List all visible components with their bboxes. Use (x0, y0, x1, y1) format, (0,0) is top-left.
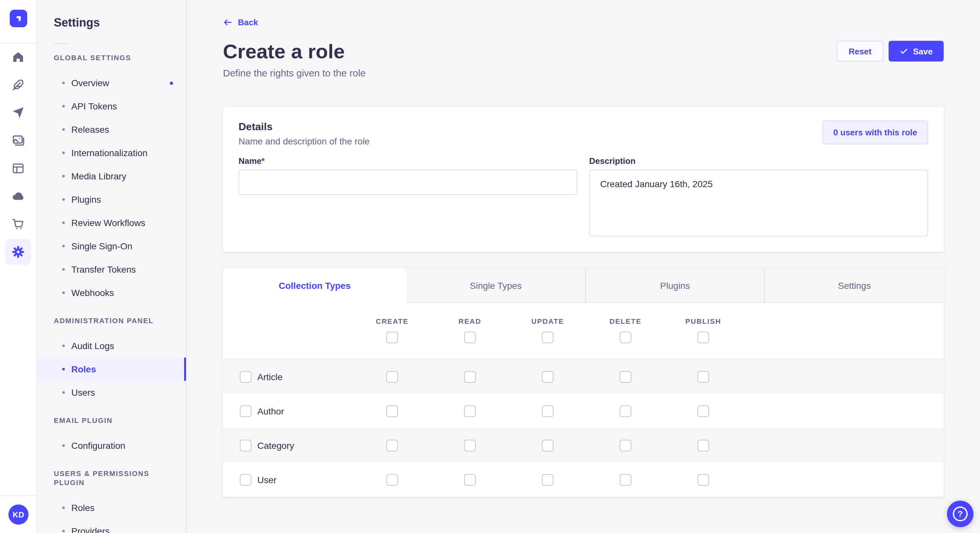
strapi-logo[interactable] (10, 10, 27, 27)
images-icon[interactable] (0, 126, 36, 154)
article-delete-checkbox[interactable] (620, 371, 631, 382)
tab-plugins[interactable]: Plugins (585, 268, 764, 303)
paper-plane-icon[interactable] (0, 98, 36, 126)
row-select-checkbox[interactable] (240, 474, 251, 485)
article-create-checkbox[interactable] (386, 371, 398, 382)
users-with-role-button[interactable]: 0 users with this role (822, 121, 928, 144)
app-window: KD Settings GLOBAL SETTINGS Overview API… (0, 0, 980, 533)
row-select-checkbox[interactable] (240, 371, 251, 382)
section-label-email-plugin: EMAIL PLUGIN (54, 416, 176, 425)
author-read-checkbox[interactable] (464, 405, 476, 417)
description-textarea[interactable]: Created January 16th, 2025 (589, 170, 928, 236)
article-update-checkbox[interactable] (542, 371, 554, 382)
sidebar-item-webhooks[interactable]: Webhooks (54, 281, 176, 305)
sidebar-item-media-library[interactable]: Media Library (54, 165, 176, 188)
bullet-icon (62, 391, 65, 394)
section-label-global-settings: GLOBAL SETTINGS (54, 53, 176, 62)
select-all-read-checkbox[interactable] (464, 332, 476, 343)
sidebar-item-overview[interactable]: Overview (54, 71, 176, 95)
user-delete-checkbox[interactable] (620, 474, 631, 485)
cloud-icon[interactable] (0, 182, 36, 210)
rail-nav (0, 43, 36, 265)
check-icon (899, 47, 908, 56)
category-publish-checkbox[interactable] (697, 439, 709, 451)
sidebar-title-divider (54, 43, 69, 44)
tab-single-types[interactable]: Single Types (406, 268, 585, 303)
author-publish-checkbox[interactable] (697, 405, 709, 417)
sidebar-item-roles-up[interactable]: Roles (54, 496, 176, 519)
column-create: Create (376, 317, 409, 325)
name-label: Name* (239, 156, 578, 167)
row-select-checkbox[interactable] (240, 405, 251, 417)
home-icon[interactable] (0, 43, 36, 71)
sidebar-item-releases[interactable]: Releases (54, 118, 176, 141)
sidebar-item-api-tokens[interactable]: API Tokens (54, 95, 176, 118)
user-update-checkbox[interactable] (542, 474, 554, 485)
gear-icon (12, 245, 25, 258)
reset-button[interactable]: Reset (837, 41, 883, 62)
tab-collection-types[interactable]: Collection Types (223, 268, 406, 303)
select-all-delete-checkbox[interactable] (620, 332, 631, 343)
row-label: Category (257, 440, 294, 451)
cart-icon[interactable] (0, 210, 36, 238)
permissions-tabs: Collection Types Single Types Plugins Se… (223, 268, 944, 303)
main-content: Back Create a role Reset Save Define the… (187, 0, 980, 533)
settings-rail-item[interactable] (0, 238, 36, 265)
category-create-checkbox[interactable] (386, 439, 398, 451)
page-header: Create a role Reset Save (223, 41, 944, 63)
author-delete-checkbox[interactable] (620, 405, 631, 417)
sidebar-item-plugins[interactable]: Plugins (54, 188, 176, 211)
sidebar-item-configuration[interactable]: Configuration (54, 434, 176, 457)
sidebar-item-single-sign-on[interactable]: Single Sign-On (54, 235, 176, 258)
bullet-icon (62, 292, 65, 294)
save-button[interactable]: Save (888, 41, 944, 62)
question-mark-icon: ? (953, 506, 968, 521)
author-create-checkbox[interactable] (386, 405, 398, 417)
bullet-icon (62, 128, 65, 131)
author-update-checkbox[interactable] (542, 405, 554, 417)
bullet-icon (62, 152, 65, 154)
article-read-checkbox[interactable] (464, 371, 476, 382)
back-link[interactable]: Back (223, 17, 258, 27)
description-label: Description (589, 156, 928, 167)
bullet-icon (62, 444, 65, 447)
sidebar-item-users[interactable]: Users (54, 381, 176, 404)
avatar[interactable]: KD (8, 504, 29, 525)
tab-settings[interactable]: Settings (765, 268, 944, 303)
select-all-create-checkbox[interactable] (386, 332, 398, 343)
layout-icon[interactable] (0, 154, 36, 182)
sidebar-item-transfer-tokens[interactable]: Transfer Tokens (54, 258, 176, 281)
details-card-titles: Details Name and description of the role (239, 121, 370, 148)
sidebar-item-internationalization[interactable]: Internationalization (54, 141, 176, 165)
bullet-icon (62, 368, 65, 370)
sidebar-item-audit-logs[interactable]: Audit Logs (54, 334, 176, 357)
sidebar-item-providers[interactable]: Providers (54, 519, 176, 533)
feather-icon[interactable] (0, 71, 36, 98)
icon-rail: KD (0, 0, 37, 533)
row-select-checkbox[interactable] (240, 439, 251, 451)
column-labels-row: Create Read Update Delete Publish (223, 317, 944, 325)
user-publish-checkbox[interactable] (697, 474, 709, 485)
settings-active-background (5, 239, 31, 265)
help-button[interactable]: ? (947, 501, 974, 527)
bullet-icon (62, 506, 65, 509)
row-label: Author (257, 406, 284, 416)
sidebar-item-roles-admin[interactable]: Roles (37, 357, 186, 381)
select-all-update-checkbox[interactable] (542, 332, 554, 343)
bullet-icon (62, 530, 65, 532)
category-update-checkbox[interactable] (542, 439, 554, 451)
name-input[interactable] (239, 170, 578, 195)
category-read-checkbox[interactable] (464, 439, 476, 451)
settings-sidebar: Settings GLOBAL SETTINGS Overview API To… (37, 0, 187, 533)
details-card-header: Details Name and description of the role… (239, 121, 928, 148)
permissions-card: Collection Types Single Types Plugins Se… (223, 268, 944, 497)
sidebar-item-review-workflows[interactable]: Review Workflows (54, 211, 176, 235)
sidebar-title: Settings (54, 0, 176, 30)
user-read-checkbox[interactable] (464, 474, 476, 485)
strapi-logo-icon (13, 13, 24, 24)
table-row-author: Author (223, 394, 944, 428)
category-delete-checkbox[interactable] (620, 439, 631, 451)
user-create-checkbox[interactable] (386, 474, 398, 485)
select-all-publish-checkbox[interactable] (697, 332, 709, 343)
article-publish-checkbox[interactable] (697, 371, 709, 382)
